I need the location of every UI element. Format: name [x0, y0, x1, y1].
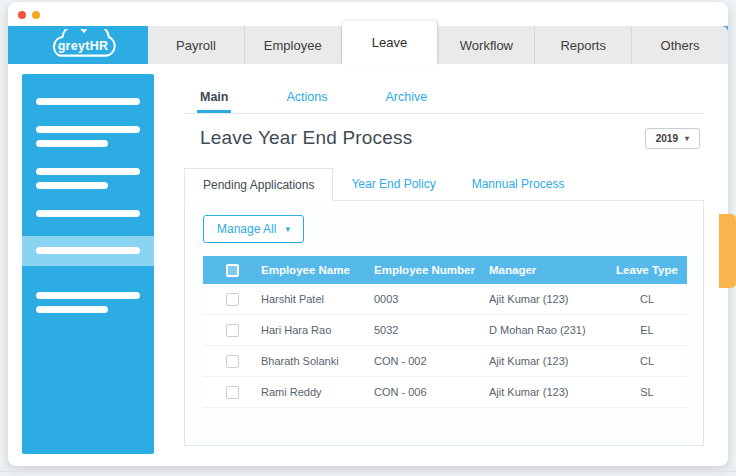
tab-main[interactable]: Main	[200, 90, 228, 113]
applications-table: Employee Name Employee Number Manager Le…	[203, 256, 687, 408]
table-row: Harshit Patel 0003 Ajit Kumar (123) CL	[203, 284, 687, 315]
table-row: Hari Hara Rao 5032 D Mohan Rao (231) EL	[203, 315, 687, 346]
tab-actions[interactable]: Actions	[286, 90, 327, 113]
greythr-logo: greytHR	[24, 26, 142, 64]
top-navbar: greytHR Payroll Employee Leave Workflow …	[8, 26, 728, 64]
year-dropdown[interactable]: 2019 ▾	[645, 128, 700, 149]
sidebar-item-placeholder	[36, 247, 140, 254]
row-checkbox[interactable]	[226, 293, 239, 306]
cell-manager: Ajit Kumar (123)	[489, 293, 607, 305]
chevron-down-icon: ▾	[685, 134, 689, 143]
module-tabs: Payroll Employee Leave Workflow Reports …	[148, 26, 728, 64]
cell-leave-type: CL	[607, 355, 687, 367]
chevron-down-icon: ▾	[285, 224, 290, 234]
window-minimize-button[interactable]	[32, 11, 40, 19]
subtab-year-end-policy[interactable]: Year End Policy	[333, 168, 453, 200]
manage-all-label: Manage All	[217, 222, 276, 236]
header-leave-type: Leave Type	[607, 264, 687, 276]
pending-applications-panel: Manage All ▾ Employee Name Employee Numb…	[184, 200, 704, 446]
row-checkbox[interactable]	[226, 324, 239, 337]
table-row: Rami Reddy CON - 006 Ajit Kumar (123) SL	[203, 377, 687, 408]
header-employee-number: Employee Number	[374, 264, 489, 276]
sidebar	[22, 74, 154, 454]
page-title: Leave Year End Process	[200, 127, 413, 149]
cell-employee-name: Hari Hara Rao	[261, 324, 374, 336]
table-row: Bharath Solanki CON - 002 Ajit Kumar (12…	[203, 346, 687, 377]
cell-leave-type: CL	[607, 293, 687, 305]
cell-employee-number: 0003	[374, 293, 489, 305]
cell-employee-number: 5032	[374, 324, 489, 336]
cell-leave-type: SL	[607, 386, 687, 398]
select-all-checkbox[interactable]	[226, 264, 239, 277]
sidebar-item-selected[interactable]	[22, 236, 154, 266]
sidebar-item-placeholder[interactable]	[36, 292, 140, 299]
main-content: Main Actions Archive Leave Year End Proc…	[184, 82, 704, 456]
tab-payroll[interactable]: Payroll	[148, 26, 245, 64]
cell-manager: Ajit Kumar (123)	[489, 386, 607, 398]
app-window: greytHR Payroll Employee Leave Workflow …	[8, 2, 728, 466]
tab-workflow[interactable]: Workflow	[438, 26, 535, 64]
year-value: 2019	[656, 133, 678, 144]
subtab-pending-applications[interactable]: Pending Applications	[184, 168, 333, 201]
sidebar-item-placeholder[interactable]	[36, 98, 140, 105]
sidebar-item-placeholder[interactable]	[36, 210, 140, 217]
cell-manager: D Mohan Rao (231)	[489, 324, 607, 336]
cell-manager: Ajit Kumar (123)	[489, 355, 607, 367]
cell-employee-name: Harshit Patel	[261, 293, 374, 305]
content-tabs: Main Actions Archive	[184, 82, 704, 114]
cell-employee-number: CON - 002	[374, 355, 489, 367]
sidebar-item-placeholder[interactable]	[36, 182, 108, 189]
cell-employee-number: CON - 006	[374, 386, 489, 398]
header-manager: Manager	[489, 264, 607, 276]
row-checkbox[interactable]	[226, 355, 239, 368]
manage-all-button[interactable]: Manage All ▾	[203, 215, 304, 243]
sidebar-item-placeholder[interactable]	[36, 126, 140, 133]
cell-employee-name: Bharath Solanki	[261, 355, 374, 367]
title-row: Leave Year End Process 2019 ▾	[184, 114, 704, 162]
cell-employee-name: Rami Reddy	[261, 386, 374, 398]
window-close-button[interactable]	[18, 11, 26, 19]
sidebar-item-placeholder[interactable]	[36, 168, 140, 175]
header-employee-name: Employee Name	[261, 264, 374, 276]
row-checkbox[interactable]	[226, 386, 239, 399]
subtab-mannual-process[interactable]: Mannual Process	[454, 168, 583, 200]
tab-reports[interactable]: Reports	[535, 26, 632, 64]
feedback-side-tab[interactable]	[719, 214, 736, 288]
brand-name: greytHR	[24, 39, 142, 53]
sidebar-item-placeholder[interactable]	[36, 306, 108, 313]
cell-leave-type: EL	[607, 324, 687, 336]
tab-others[interactable]: Others	[632, 26, 728, 64]
page-divider	[0, 471, 736, 472]
sidebar-item-placeholder[interactable]	[36, 140, 108, 147]
sub-tabs: Pending Applications Year End Policy Man…	[184, 168, 704, 200]
tab-leave[interactable]: Leave	[342, 21, 439, 64]
tab-archive[interactable]: Archive	[385, 90, 427, 113]
table-header-row: Employee Name Employee Number Manager Le…	[203, 256, 687, 284]
tab-employee[interactable]: Employee	[245, 26, 342, 64]
